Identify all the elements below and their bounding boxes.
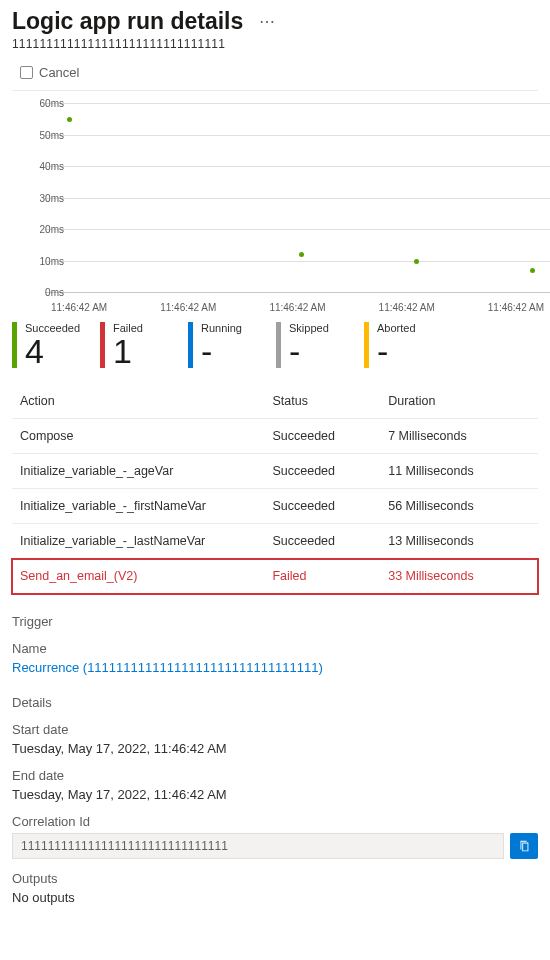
kpi-failed[interactable]: Failed 1 [100, 322, 170, 368]
cell-duration: 56 Milliseconds [380, 489, 538, 524]
col-status[interactable]: Status [264, 384, 380, 419]
y-tick-label: 10ms [12, 255, 64, 266]
grid-line [45, 103, 550, 104]
cell-action: Initialize_variable_-_lastNameVar [12, 524, 264, 559]
start-date-label: Start date [12, 722, 538, 737]
table-header-row: Action Status Duration [12, 384, 538, 419]
cell-action: Compose [12, 419, 264, 454]
details-heading: Details [12, 695, 538, 710]
correlation-id-label: Correlation Id [12, 814, 538, 829]
trigger-name-label: Name [12, 641, 538, 656]
cell-duration: 33 Milliseconds [380, 559, 538, 594]
kpi-value: 4 [25, 334, 82, 368]
cell-action: Send_an_email_(V2) [12, 559, 264, 594]
grid-line [45, 261, 550, 262]
kpi-succeeded[interactable]: Succeeded 4 [12, 322, 82, 368]
cell-action: Initialize_variable_-_firstNameVar [12, 489, 264, 524]
kpi-aborted[interactable]: Aborted - [364, 322, 434, 368]
grid-line [45, 135, 550, 136]
y-tick-label: 60ms [12, 98, 64, 109]
grid-line [45, 229, 550, 230]
x-tick-label: 11:46:42 AM [379, 302, 435, 313]
copy-button[interactable] [510, 833, 538, 859]
divider [12, 90, 538, 91]
duration-chart: 60ms50ms40ms30ms20ms10ms0ms11:46:42 AM11… [12, 97, 538, 310]
cell-duration: 13 Milliseconds [380, 524, 538, 559]
run-id: 1111111111111111111111111111111 [12, 37, 538, 51]
kpi-value: - [289, 334, 346, 368]
end-date-label: End date [12, 768, 538, 783]
col-action[interactable]: Action [12, 384, 264, 419]
start-date-value: Tuesday, May 17, 2022, 11:46:42 AM [12, 741, 538, 756]
cancel-icon [20, 66, 33, 79]
outputs-label: Outputs [12, 871, 538, 886]
kpi-row: Succeeded 4 Failed 1 Running - Skipped -… [12, 316, 538, 376]
table-row[interactable]: Initialize_variable_-_ageVarSucceeded11 … [12, 454, 538, 489]
copy-icon [517, 839, 531, 853]
grid-line [45, 292, 550, 293]
cell-duration: 11 Milliseconds [380, 454, 538, 489]
correlation-id-value[interactable]: 1111111111111111111111111111111 [12, 833, 504, 859]
table-row[interactable]: Initialize_variable_-_firstNameVarSuccee… [12, 489, 538, 524]
y-tick-label: 50ms [12, 129, 64, 140]
col-duration[interactable]: Duration [380, 384, 538, 419]
data-point[interactable] [67, 117, 72, 122]
grid-line [45, 198, 550, 199]
end-date-value: Tuesday, May 17, 2022, 11:46:42 AM [12, 787, 538, 802]
cell-status: Failed [264, 559, 380, 594]
x-tick-label: 11:46:42 AM [488, 302, 544, 313]
y-tick-label: 20ms [12, 224, 64, 235]
trigger-link[interactable]: Recurrence (1111111111111111111111111111… [12, 660, 323, 675]
cell-status: Succeeded [264, 524, 380, 559]
y-tick-label: 30ms [12, 192, 64, 203]
kpi-value: - [201, 334, 258, 368]
table-row[interactable]: Send_an_email_(V2)Failed33 Milliseconds [12, 559, 538, 594]
y-tick-label: 40ms [12, 161, 64, 172]
table-row[interactable]: Initialize_variable_-_lastNameVarSucceed… [12, 524, 538, 559]
y-tick-label: 0ms [12, 287, 64, 298]
data-point[interactable] [414, 259, 419, 264]
trigger-heading: Trigger [12, 614, 538, 629]
kpi-skipped[interactable]: Skipped - [276, 322, 346, 368]
cancel-label: Cancel [39, 65, 79, 80]
actions-table: Action Status Duration ComposeSucceeded7… [12, 384, 538, 594]
data-point[interactable] [530, 268, 535, 273]
data-point[interactable] [299, 252, 304, 257]
kpi-value: 1 [113, 334, 170, 368]
kpi-value: - [377, 334, 434, 368]
page-title: Logic app run details [12, 8, 243, 35]
table-row[interactable]: ComposeSucceeded7 Milliseconds [12, 419, 538, 454]
cell-action: Initialize_variable_-_ageVar [12, 454, 264, 489]
x-axis-labels: 11:46:42 AM11:46:42 AM11:46:42 AM11:46:4… [45, 302, 550, 313]
kpi-running[interactable]: Running - [188, 322, 258, 368]
outputs-value: No outputs [12, 890, 538, 905]
x-tick-label: 11:46:42 AM [160, 302, 216, 313]
more-actions-icon[interactable]: ⋯ [259, 12, 276, 31]
cell-status: Succeeded [264, 419, 380, 454]
grid-line [45, 166, 550, 167]
x-tick-label: 11:46:42 AM [51, 302, 107, 313]
cell-status: Succeeded [264, 454, 380, 489]
cell-status: Succeeded [264, 489, 380, 524]
cancel-button[interactable]: Cancel [12, 61, 538, 90]
x-tick-label: 11:46:42 AM [269, 302, 325, 313]
cell-duration: 7 Milliseconds [380, 419, 538, 454]
